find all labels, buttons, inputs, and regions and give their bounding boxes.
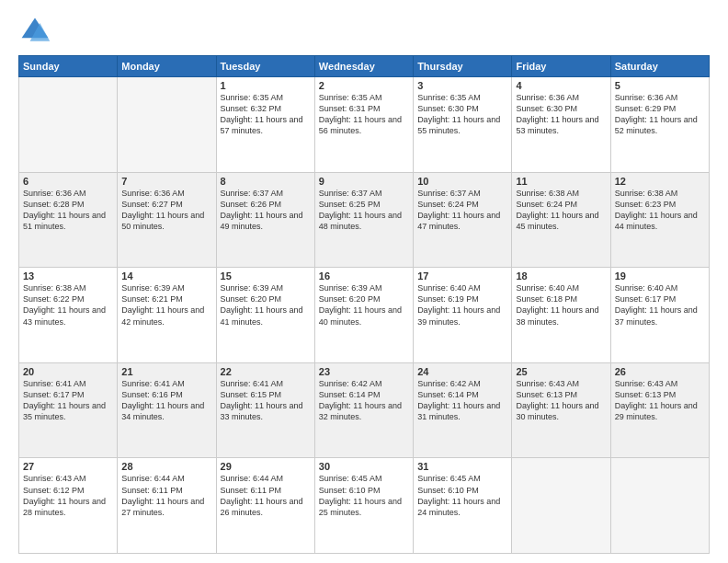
cell-info: Sunrise: 6:41 AMSunset: 6:16 PMDaylight:… <box>121 379 204 421</box>
cell-info: Sunrise: 6:44 AMSunset: 6:11 PMDaylight:… <box>121 474 204 516</box>
calendar-cell: 14Sunrise: 6:39 AMSunset: 6:21 PMDayligh… <box>118 268 216 363</box>
calendar-cell <box>610 458 709 554</box>
header <box>18 15 710 48</box>
calendar-cell: 1Sunrise: 6:35 AMSunset: 6:32 PMDaylight… <box>216 77 314 173</box>
cell-info: Sunrise: 6:39 AMSunset: 6:20 PMDaylight:… <box>319 283 402 326</box>
calendar-cell: 27Sunrise: 6:43 AMSunset: 6:12 PMDayligh… <box>19 458 118 554</box>
day-number: 6 <box>23 176 113 187</box>
day-number: 24 <box>417 366 507 377</box>
calendar-cell: 29Sunrise: 6:44 AMSunset: 6:11 PMDayligh… <box>216 458 314 554</box>
day-number: 1 <box>221 80 311 91</box>
cell-info: Sunrise: 6:36 AMSunset: 6:28 PMDaylight:… <box>23 189 106 231</box>
cell-info: Sunrise: 6:36 AMSunset: 6:29 PMDaylight:… <box>615 93 698 135</box>
calendar-cell: 16Sunrise: 6:39 AMSunset: 6:20 PMDayligh… <box>314 268 413 363</box>
day-number: 13 <box>23 270 113 282</box>
calendar-cell: 4Sunrise: 6:36 AMSunset: 6:30 PMDaylight… <box>512 77 610 173</box>
day-number: 17 <box>417 270 507 282</box>
calendar-cell: 5Sunrise: 6:36 AMSunset: 6:29 PMDaylight… <box>610 77 709 173</box>
cell-info: Sunrise: 6:40 AMSunset: 6:18 PMDaylight:… <box>516 283 598 326</box>
cell-info: Sunrise: 6:41 AMSunset: 6:15 PMDaylight:… <box>221 379 303 421</box>
calendar-header-saturday: Saturday <box>610 56 709 77</box>
calendar-cell <box>512 458 610 554</box>
page: SundayMondayTuesdayWednesdayThursdayFrid… <box>0 0 728 563</box>
day-number: 7 <box>121 176 211 187</box>
cell-info: Sunrise: 6:43 AMSunset: 6:13 PMDaylight:… <box>516 379 598 421</box>
calendar-cell: 9Sunrise: 6:37 AMSunset: 6:25 PMDaylight… <box>314 172 413 268</box>
calendar-cell: 30Sunrise: 6:45 AMSunset: 6:10 PMDayligh… <box>314 458 413 554</box>
cell-info: Sunrise: 6:38 AMSunset: 6:22 PMDaylight:… <box>23 283 106 326</box>
cell-info: Sunrise: 6:35 AMSunset: 6:31 PMDaylight:… <box>319 93 402 135</box>
day-number: 2 <box>319 80 409 91</box>
logo <box>18 15 55 48</box>
calendar-header-tuesday: Tuesday <box>216 56 314 77</box>
day-number: 23 <box>319 366 409 377</box>
cell-info: Sunrise: 6:40 AMSunset: 6:19 PMDaylight:… <box>417 283 500 326</box>
cell-info: Sunrise: 6:38 AMSunset: 6:23 PMDaylight:… <box>615 189 698 231</box>
day-number: 29 <box>221 461 311 472</box>
calendar-cell: 2Sunrise: 6:35 AMSunset: 6:31 PMDaylight… <box>314 77 413 173</box>
logo-icon <box>18 15 51 48</box>
day-number: 20 <box>23 366 113 377</box>
calendar-header-wednesday: Wednesday <box>314 56 413 77</box>
calendar-week-row: 20Sunrise: 6:41 AMSunset: 6:17 PMDayligh… <box>19 362 710 458</box>
calendar-cell: 8Sunrise: 6:37 AMSunset: 6:26 PMDaylight… <box>216 172 314 268</box>
day-number: 22 <box>221 366 311 377</box>
day-number: 21 <box>121 366 211 377</box>
calendar-cell: 13Sunrise: 6:38 AMSunset: 6:22 PMDayligh… <box>19 268 118 363</box>
calendar-cell: 19Sunrise: 6:40 AMSunset: 6:17 PMDayligh… <box>610 268 709 363</box>
day-number: 14 <box>121 270 211 282</box>
calendar-cell: 3Sunrise: 6:35 AMSunset: 6:30 PMDaylight… <box>414 77 512 173</box>
day-number: 10 <box>417 176 507 187</box>
cell-info: Sunrise: 6:37 AMSunset: 6:25 PMDaylight:… <box>319 189 402 231</box>
calendar-week-row: 1Sunrise: 6:35 AMSunset: 6:32 PMDaylight… <box>19 77 710 173</box>
calendar-header-sunday: Sunday <box>19 56 118 77</box>
day-number: 18 <box>516 270 606 282</box>
cell-info: Sunrise: 6:42 AMSunset: 6:14 PMDaylight:… <box>319 379 402 421</box>
cell-info: Sunrise: 6:36 AMSunset: 6:30 PMDaylight:… <box>516 93 598 135</box>
day-number: 16 <box>319 270 409 282</box>
cell-info: Sunrise: 6:37 AMSunset: 6:24 PMDaylight:… <box>417 189 500 231</box>
calendar-cell: 22Sunrise: 6:41 AMSunset: 6:15 PMDayligh… <box>216 362 314 458</box>
day-number: 9 <box>319 176 409 187</box>
calendar-cell: 31Sunrise: 6:45 AMSunset: 6:10 PMDayligh… <box>414 458 512 554</box>
day-number: 30 <box>319 461 409 472</box>
calendar-cell: 20Sunrise: 6:41 AMSunset: 6:17 PMDayligh… <box>19 362 118 458</box>
day-number: 26 <box>615 366 705 377</box>
day-number: 4 <box>516 80 606 91</box>
calendar-header-row: SundayMondayTuesdayWednesdayThursdayFrid… <box>19 56 710 77</box>
calendar-header-friday: Friday <box>512 56 610 77</box>
cell-info: Sunrise: 6:35 AMSunset: 6:30 PMDaylight:… <box>417 93 500 135</box>
calendar-cell: 15Sunrise: 6:39 AMSunset: 6:20 PMDayligh… <box>216 268 314 363</box>
cell-info: Sunrise: 6:43 AMSunset: 6:12 PMDaylight:… <box>23 474 106 516</box>
calendar-cell <box>19 77 118 173</box>
cell-info: Sunrise: 6:36 AMSunset: 6:27 PMDaylight:… <box>121 189 204 231</box>
day-number: 12 <box>615 176 705 187</box>
day-number: 25 <box>516 366 606 377</box>
calendar-cell: 6Sunrise: 6:36 AMSunset: 6:28 PMDaylight… <box>19 172 118 268</box>
day-number: 5 <box>615 80 705 91</box>
day-number: 31 <box>417 461 507 472</box>
calendar-cell: 28Sunrise: 6:44 AMSunset: 6:11 PMDayligh… <box>118 458 216 554</box>
calendar-table: SundayMondayTuesdayWednesdayThursdayFrid… <box>18 55 710 554</box>
cell-info: Sunrise: 6:38 AMSunset: 6:24 PMDaylight:… <box>516 189 598 231</box>
day-number: 27 <box>23 461 113 472</box>
calendar-cell: 12Sunrise: 6:38 AMSunset: 6:23 PMDayligh… <box>610 172 709 268</box>
calendar-cell: 11Sunrise: 6:38 AMSunset: 6:24 PMDayligh… <box>512 172 610 268</box>
cell-info: Sunrise: 6:35 AMSunset: 6:32 PMDaylight:… <box>221 93 303 135</box>
cell-info: Sunrise: 6:40 AMSunset: 6:17 PMDaylight:… <box>615 283 698 326</box>
cell-info: Sunrise: 6:39 AMSunset: 6:20 PMDaylight:… <box>221 283 303 326</box>
calendar-cell: 25Sunrise: 6:43 AMSunset: 6:13 PMDayligh… <box>512 362 610 458</box>
calendar-week-row: 6Sunrise: 6:36 AMSunset: 6:28 PMDaylight… <box>19 172 710 268</box>
cell-info: Sunrise: 6:45 AMSunset: 6:10 PMDaylight:… <box>417 474 500 516</box>
cell-info: Sunrise: 6:39 AMSunset: 6:21 PMDaylight:… <box>121 283 204 326</box>
cell-info: Sunrise: 6:42 AMSunset: 6:14 PMDaylight:… <box>417 379 500 421</box>
calendar-header-thursday: Thursday <box>414 56 512 77</box>
cell-info: Sunrise: 6:44 AMSunset: 6:11 PMDaylight:… <box>221 474 303 516</box>
day-number: 28 <box>121 461 211 472</box>
calendar-cell: 24Sunrise: 6:42 AMSunset: 6:14 PMDayligh… <box>414 362 512 458</box>
calendar-cell: 17Sunrise: 6:40 AMSunset: 6:19 PMDayligh… <box>414 268 512 363</box>
calendar-cell: 7Sunrise: 6:36 AMSunset: 6:27 PMDaylight… <box>118 172 216 268</box>
calendar-cell <box>118 77 216 173</box>
day-number: 8 <box>221 176 311 187</box>
calendar-week-row: 13Sunrise: 6:38 AMSunset: 6:22 PMDayligh… <box>19 268 710 363</box>
